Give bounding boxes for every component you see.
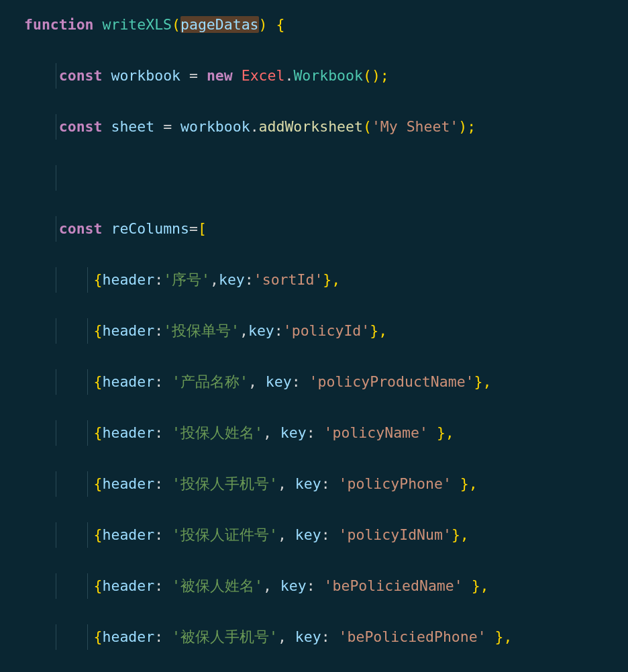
- code-line: {header: '被保人姓名', key: 'bePoliciedName' …: [0, 573, 628, 599]
- code-line: function writeXLS(pageDatas) {: [0, 12, 628, 38]
- code-line: {header:'投保单号',key:'policyId'},: [0, 318, 628, 344]
- code-line: {header: '投保人手机号', key: 'policyPhone' },: [0, 471, 628, 497]
- code-line: const sheet = workbook.addWorksheet('My …: [0, 114, 628, 140]
- code-line: {header: '产品名称', key: 'policyProductName…: [0, 369, 628, 395]
- code-line: {header: '投保人姓名', key: 'policyName' },: [0, 420, 628, 446]
- code-line: [0, 165, 628, 191]
- code-block: function writeXLS(pageDatas) { const wor…: [0, 0, 628, 672]
- code-line: {header:'序号',key:'sortId'},: [0, 267, 628, 293]
- code-line: {header: '投保人证件号', key: 'policyIdNum'},: [0, 522, 628, 548]
- code-line: const reColumns=[: [0, 216, 628, 242]
- param-pagedatas: pageDatas: [180, 16, 259, 33]
- code-line: const workbook = new Excel.Workbook();: [0, 63, 628, 89]
- code-line: {header: '被保人手机号', key: 'bePoliciedPhone…: [0, 624, 628, 650]
